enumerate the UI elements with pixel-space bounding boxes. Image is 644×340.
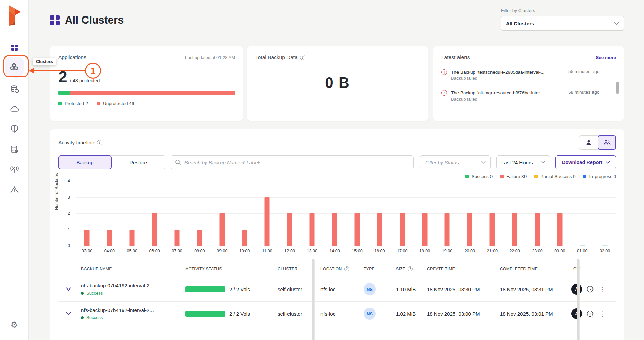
- col-type[interactable]: TYPE: [360, 267, 386, 271]
- column-scrollbar[interactable]: [577, 259, 580, 340]
- status-filter-select[interactable]: Filter by Status: [420, 155, 491, 169]
- report-gear-icon: [10, 145, 19, 154]
- x-tick-label: 04:00: [98, 249, 121, 253]
- bar-19:00: [436, 181, 459, 246]
- bar-06:00: [143, 181, 166, 246]
- sidebar-item-activity[interactable]: [0, 162, 29, 177]
- cluster-filter-label: Filter by Clusters: [501, 8, 624, 13]
- type-cell: NS: [360, 308, 386, 320]
- bar-10:00: [233, 181, 256, 246]
- applications-card: Applications Last updated at 01:28 AM 2 …: [50, 46, 243, 121]
- unprotected-legend: Unprotected 46: [97, 101, 134, 106]
- x-tick-label: 03:00: [76, 249, 98, 253]
- alert-time: 55 minutes ago: [568, 69, 599, 74]
- tab-backup[interactable]: Backup: [58, 155, 112, 169]
- search-input[interactable]: [184, 160, 409, 165]
- backup-name[interactable]: nfs-backup-07b4192-interval-2...: [81, 283, 183, 288]
- x-tick-label: 07:00: [166, 249, 189, 253]
- x-tick-label: 15:00: [346, 249, 369, 253]
- col-create-time[interactable]: CREATE TIME: [423, 267, 496, 271]
- time-range-select[interactable]: Last 24 Hours: [496, 155, 550, 169]
- alert-error-icon: !: [441, 69, 447, 75]
- protection-progress-bar: [58, 91, 235, 95]
- backups-bar-chart: Number of Backups 01234 03:0004:0005:000…: [58, 181, 616, 253]
- col-location[interactable]: LOCATION?: [316, 266, 360, 271]
- download-report-button[interactable]: Download Report: [555, 155, 616, 169]
- x-tick-label: 05:00: [121, 249, 143, 253]
- sidebar-item-alerts[interactable]: [0, 182, 29, 197]
- page-title-grid-icon: [50, 15, 60, 25]
- see-more-link[interactable]: See more: [596, 55, 616, 60]
- sidebar-item-security[interactable]: [0, 121, 29, 136]
- size-cell: 1.02 MiB: [386, 311, 423, 317]
- legend-inprogress: In-progress 0: [583, 174, 616, 179]
- col-activity-status[interactable]: ACTIVITY STATUS: [183, 267, 274, 271]
- column-scrollbar[interactable]: [312, 259, 315, 340]
- y-tick-label: 4: [68, 179, 70, 183]
- cluster-cell: self-cluster: [274, 311, 316, 317]
- kebab-menu-icon[interactable]: ⋮: [598, 311, 607, 317]
- app-logo[interactable]: [5, 4, 24, 27]
- bar-09:00: [211, 181, 233, 246]
- info-circle-icon[interactable]: i: [97, 140, 102, 145]
- y-tick-label: 2: [68, 211, 70, 216]
- x-tick-label: 18:00: [413, 249, 436, 253]
- alert-time: 58 minutes ago: [568, 90, 599, 95]
- tab-restore[interactable]: Restore: [111, 156, 165, 169]
- question-circle-icon[interactable]: ?: [344, 266, 349, 271]
- x-tick-label: 12:00: [278, 249, 301, 253]
- vols-progress-bar: [185, 311, 225, 317]
- question-circle-icon[interactable]: ?: [408, 266, 413, 271]
- protected-segment: [58, 91, 70, 95]
- alerts-scrollbar[interactable]: [616, 82, 619, 94]
- x-tick-label: 08:00: [188, 249, 211, 253]
- activity-title: Activity timeline: [58, 140, 94, 146]
- sidebar-item-reports[interactable]: [0, 142, 29, 157]
- x-tick-label: 23:00: [526, 249, 549, 253]
- total-backup-value: 0 B: [255, 74, 420, 91]
- cluster-filter-select[interactable]: All Clusters: [501, 16, 624, 31]
- bar-11:00: [256, 181, 278, 246]
- row-expand-chevron-icon[interactable]: [58, 312, 78, 315]
- sidebar-item-cloud[interactable]: [0, 102, 29, 116]
- col-cluster[interactable]: CLUSTER: [274, 267, 316, 271]
- row-expand-chevron-icon[interactable]: [58, 287, 78, 291]
- x-tick-label: 00:00: [548, 249, 571, 253]
- sidebar-item-settings[interactable]: ⚙: [0, 317, 29, 332]
- sidebar-item-backups[interactable]: [0, 81, 29, 96]
- question-circle-icon[interactable]: ?: [300, 55, 305, 60]
- applications-title: Applications: [58, 54, 87, 60]
- y-tick-label: 1: [68, 227, 70, 232]
- backup-name[interactable]: nfs-backup-07b4192-interval-2...: [81, 307, 183, 313]
- col-backup-name[interactable]: BACKUP NAME: [78, 267, 183, 271]
- table-row[interactable]: nfs-backup-07b4192-interval-2... Success…: [58, 302, 616, 326]
- sidebar-item-dashboard[interactable]: [0, 40, 29, 55]
- my-activity-toggle[interactable]: [579, 136, 598, 149]
- annotation-arrowhead: [29, 68, 34, 74]
- backup-search-box: [171, 155, 414, 169]
- chart-x-labels: 03:0004:0005:0006:0007:0008:0009:0010:00…: [76, 249, 616, 253]
- annotation-arrow-line: [34, 70, 85, 71]
- table-row[interactable]: nfs-backup-07b4192-interval-2... Success…: [58, 277, 616, 302]
- x-tick-label: 13:00: [301, 249, 324, 253]
- clock-icon[interactable]: [586, 310, 594, 317]
- protected-swatch: [58, 102, 62, 105]
- alert-row[interactable]: ! The Backup "testschedule-2985daa-inter…: [441, 69, 616, 81]
- kebab-menu-icon[interactable]: ⋮: [598, 286, 607, 293]
- protected-legend: Protected 2: [58, 101, 88, 106]
- alerts-title: Latest alerts: [441, 54, 470, 60]
- dashboard-grid-icon: [11, 44, 18, 51]
- legend-failure: Failure 39: [500, 174, 527, 179]
- all-users-activity-toggle[interactable]: [598, 135, 616, 150]
- col-size[interactable]: SIZE?: [386, 266, 423, 271]
- clock-icon[interactable]: [586, 285, 594, 293]
- alert-row[interactable]: ! The Backup "alt-mgr-resource-bf676be-i…: [441, 90, 616, 101]
- shield-icon: [10, 124, 19, 133]
- size-cell: 1.10 MiB: [386, 286, 423, 292]
- antenna-icon: [10, 166, 19, 174]
- gear-icon: ⚙: [11, 321, 18, 329]
- activity-timeline-card: Activity timeline i Backup Restore: [50, 129, 624, 340]
- chevron-down-icon: [481, 161, 486, 164]
- col-completed-time[interactable]: COMPLETED TIME: [496, 267, 570, 271]
- x-tick-label: 14:00: [324, 249, 346, 253]
